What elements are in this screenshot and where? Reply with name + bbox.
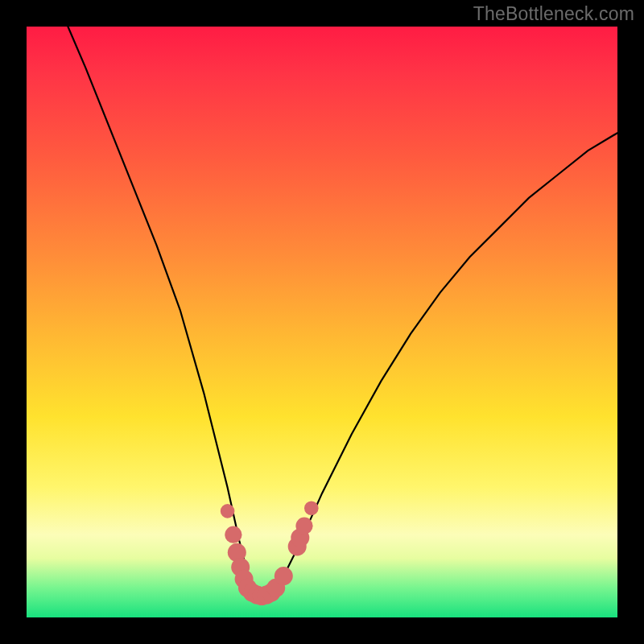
valley-marker-group xyxy=(221,501,319,605)
valley-marker-dot xyxy=(225,526,242,543)
chart-svg xyxy=(27,27,617,617)
valley-marker-dot xyxy=(304,501,319,515)
outer-frame: TheBottleneck.com xyxy=(0,0,644,644)
bottleneck-curve xyxy=(68,27,617,594)
valley-marker-dot xyxy=(275,567,293,585)
valley-marker-dot xyxy=(295,518,312,535)
chart-plot-area xyxy=(27,27,617,617)
valley-marker-dot xyxy=(221,504,235,518)
watermark-text: TheBottleneck.com xyxy=(473,3,634,25)
